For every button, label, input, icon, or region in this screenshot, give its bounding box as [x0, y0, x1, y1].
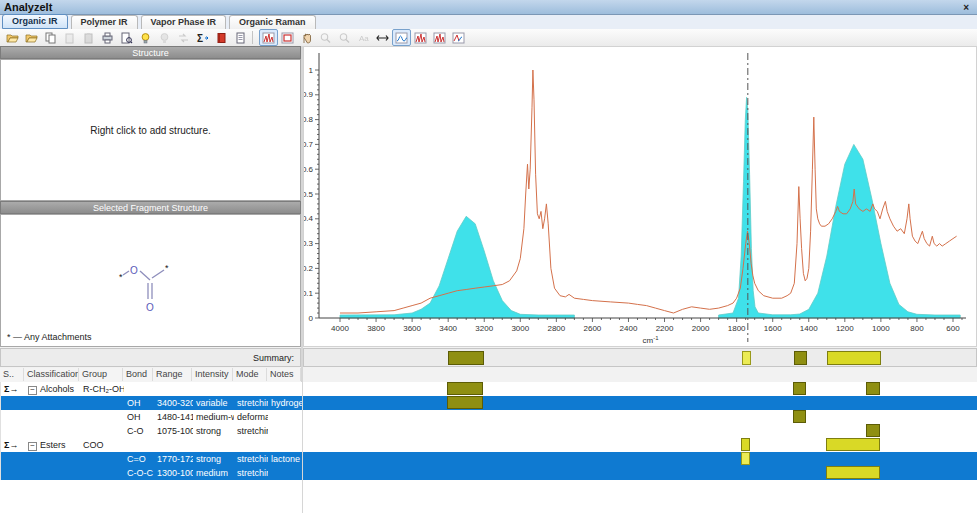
- column-header-classification[interactable]: Classification: [24, 368, 79, 381]
- compare-spectra-chart-icon[interactable]: [449, 29, 468, 46]
- peaks-spectrum-chart-icon[interactable]: [411, 29, 430, 46]
- summary-bars-strip: [303, 348, 977, 367]
- tab-polymer-ir[interactable]: Polymer IR: [71, 15, 138, 29]
- bars-empty-area: [303, 480, 977, 513]
- sum-icon[interactable]: Σ: [193, 29, 212, 46]
- cut-icon: [60, 29, 79, 46]
- collapse-icon[interactable]: −: [28, 442, 37, 451]
- band-region-bar[interactable]: [793, 410, 806, 423]
- y-tick-label: 0.5: [304, 190, 314, 199]
- y-tick-label: 0.2: [304, 264, 314, 273]
- table-row-band[interactable]: OH1480-1410medium-weadeformation: [1, 410, 302, 424]
- x-axis-title: cm-1: [643, 335, 660, 345]
- table-row-group[interactable]: Σ→−EstersCOO: [1, 438, 302, 452]
- cell-notes: [268, 424, 302, 438]
- close-icon[interactable]: ×: [963, 2, 977, 13]
- x-tick-label: 3000: [511, 324, 529, 333]
- copy-icon[interactable]: [41, 29, 60, 46]
- band-region-row[interactable]: [303, 438, 977, 453]
- column-header-bond[interactable]: Bond: [123, 368, 153, 381]
- band-region-bar[interactable]: [826, 438, 880, 451]
- tip-lamp-icon[interactable]: [136, 29, 155, 46]
- x-tick-label: 1800: [728, 324, 746, 333]
- report-icon[interactable]: [231, 29, 250, 46]
- column-header-mode[interactable]: Mode: [233, 368, 267, 381]
- band-region-bar[interactable]: [741, 452, 750, 465]
- y-tick-label: 0.9: [304, 90, 314, 99]
- table-row-band[interactable]: C-O-C1300-1000mediumstretching: [1, 466, 302, 480]
- fragment-panel-title: Selected Fragment Structure: [93, 203, 208, 213]
- tab-vapor-phase-ir[interactable]: Vapor Phase IR: [141, 15, 227, 29]
- summary-region-bar[interactable]: [794, 351, 807, 365]
- band-region-bar[interactable]: [447, 382, 483, 395]
- print-icon[interactable]: [98, 29, 117, 46]
- column-header-group[interactable]: Group: [79, 368, 123, 381]
- summary-region-bar[interactable]: [448, 351, 484, 365]
- line-spectrum-chart-icon[interactable]: [392, 29, 411, 46]
- stacked-spectra-chart-icon[interactable]: [430, 29, 449, 46]
- group-frequency-overlay-area: [719, 97, 961, 318]
- x-tick-label: 2200: [656, 324, 674, 333]
- table-row-band[interactable]: OH3400-3200variablestretchinghydrogen: [1, 396, 302, 410]
- band-region-bar[interactable]: [793, 382, 806, 395]
- cell-intensity: variable: [193, 396, 234, 410]
- cell-range: 1300-1000: [154, 466, 193, 480]
- pan-hand-icon[interactable]: [297, 29, 316, 46]
- table-row-band[interactable]: C-O1075-1000strongstretching: [1, 424, 302, 438]
- cell-mode: stretching: [234, 452, 268, 466]
- full-range-icon[interactable]: [373, 29, 392, 46]
- tab-organic-raman[interactable]: Organic Raman: [229, 15, 316, 29]
- x-tick-label: 3800: [367, 324, 385, 333]
- oxygen-atom-carbonyl: O: [146, 302, 154, 313]
- fragment-panel[interactable]: * O O * * — Any Attachments: [0, 214, 301, 347]
- spectrum-chart-panel[interactable]: 00.10.20.30.40.50.60.70.80.9140003800360…: [303, 46, 977, 347]
- table-empty-area: [0, 480, 301, 513]
- band-region-row[interactable]: [303, 396, 977, 411]
- tab-organic-ir[interactable]: Organic IR: [2, 14, 68, 29]
- cell-notes: hydrogen: [268, 396, 302, 410]
- group-frequency-overlay-area: [340, 216, 574, 318]
- band-region-row[interactable]: [303, 410, 977, 425]
- band-region-bar[interactable]: [866, 424, 880, 437]
- bookmark-icon[interactable]: [212, 29, 231, 46]
- band-region-row[interactable]: [303, 424, 977, 439]
- transfer-icon: [174, 29, 193, 46]
- open-experiment-icon[interactable]: [3, 29, 22, 46]
- svg-text:Aa: Aa: [359, 34, 369, 43]
- band-region-bar[interactable]: [741, 438, 750, 451]
- column-header-notes[interactable]: Notes: [267, 368, 301, 381]
- summary-region-bar[interactable]: [827, 351, 881, 365]
- x-tick-label: 4000: [331, 324, 349, 333]
- band-region-row[interactable]: [303, 452, 977, 467]
- band-region-row[interactable]: [303, 466, 977, 481]
- cell-classification: −Alcohols: [25, 382, 80, 396]
- x-tick-label: 3400: [439, 324, 457, 333]
- cell-intensity: strong: [193, 452, 234, 466]
- band-region-row[interactable]: [303, 382, 977, 397]
- region-select-chart-icon[interactable]: [278, 29, 297, 46]
- y-tick-label: 0.3: [304, 239, 314, 248]
- toolbar-separator: [252, 31, 257, 44]
- band-region-bar[interactable]: [866, 382, 880, 395]
- summary-region-bar[interactable]: [742, 351, 751, 365]
- x-tick-label: 600: [946, 324, 960, 333]
- sum-to-spectrum-icon[interactable]: Σ→: [4, 440, 18, 450]
- table-row-band[interactable]: C=O1770-1720strongstretchinglactone: [1, 452, 302, 466]
- structure-panel[interactable]: Right click to add structure.: [0, 59, 301, 201]
- open-overlay-icon[interactable]: [22, 29, 41, 46]
- column-header-intensity[interactable]: Intensity: [192, 368, 233, 381]
- tab-strip: Organic IRPolymer IRVapor Phase IROrgani…: [0, 15, 977, 29]
- collapse-icon[interactable]: −: [28, 386, 37, 395]
- summary-label: Summary:: [253, 353, 294, 363]
- sum-to-spectrum-icon[interactable]: Σ→: [4, 384, 18, 394]
- print-preview-icon[interactable]: [117, 29, 136, 46]
- peak-pick-chart-icon[interactable]: [259, 29, 278, 46]
- table-row-group[interactable]: Σ→−AlcoholsR-CH₂-OH: [1, 382, 302, 396]
- band-region-bar[interactable]: [447, 396, 483, 409]
- band-region-bar[interactable]: [826, 466, 880, 479]
- column-header-s[interactable]: S..: [0, 368, 24, 381]
- cell-bond: C=O: [124, 452, 154, 466]
- cell-bond: OH: [124, 396, 154, 410]
- x-tick-label: 1400: [800, 324, 818, 333]
- column-header-range[interactable]: Range: [153, 368, 192, 381]
